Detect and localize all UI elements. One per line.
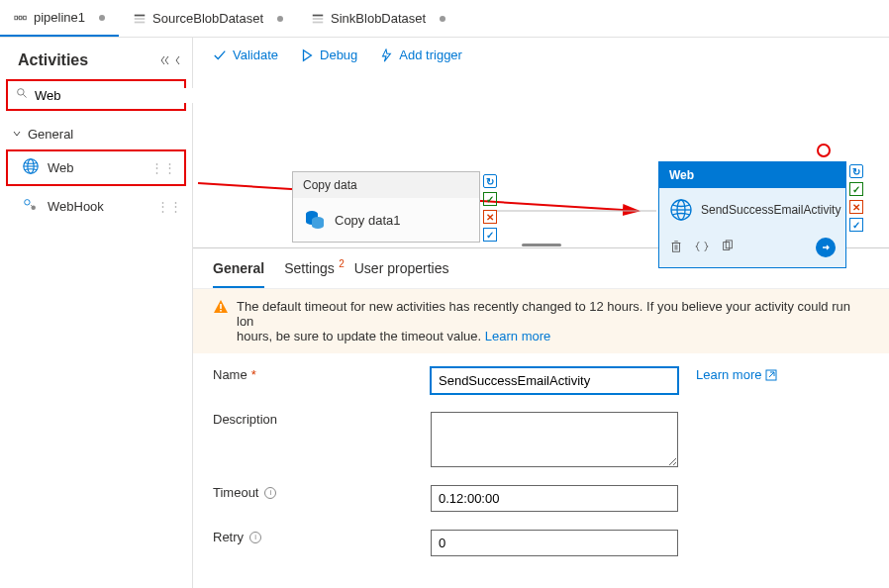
activity-item-label: WebHook [48,199,104,214]
activity-item-label: Web [48,160,74,175]
learn-more-link[interactable]: Learn more [696,367,777,382]
node-type-label: Copy data [293,172,479,198]
debug-button[interactable]: Debug [300,48,357,62]
tab-pipeline1[interactable]: pipeline1 [0,0,119,37]
info-icon[interactable]: i [264,487,276,499]
status-loop-icon[interactable]: ↻ [849,164,863,178]
status-loop-icon[interactable]: ↻ [483,174,497,188]
unsaved-dot-icon [440,16,445,22]
tool-label: Validate [233,48,278,62]
editor-tabs: pipeline1 SourceBlobDataset SinkBlobData… [0,0,889,38]
timeout-input[interactable] [431,485,678,512]
warning-text: hours, be sure to update the timeout val… [237,329,485,343]
search-icon [16,87,29,103]
activities-sidebar: Activities General [0,38,193,588]
node-type-label: Web [659,162,845,188]
svg-rect-10 [313,21,324,23]
status-success-icon[interactable]: ✓ [483,192,497,206]
timeout-label: Timeout [213,485,258,500]
tool-label: Debug [320,48,357,62]
copy-data-icon [303,208,327,232]
pipeline-canvas[interactable]: Copy data Copy data1 ↻ ✓ ✕ ✓ Web [193,72,889,242]
warning-icon [213,299,229,318]
node-status-ports[interactable]: ↻ ✓ ✕ ✓ [849,164,863,232]
svg-rect-9 [313,18,324,20]
copy-icon[interactable] [721,240,735,256]
node-status-ports[interactable]: ↻ ✓ ✕ ✓ [483,174,497,242]
globe-icon [22,157,40,178]
svg-rect-7 [135,21,146,23]
status-skip-icon[interactable]: ✓ [849,218,863,232]
dataset-icon [133,12,147,26]
expand-button[interactable] [816,238,836,257]
status-fail-icon[interactable]: ✕ [849,200,863,214]
status-skip-icon[interactable]: ✓ [483,228,497,242]
activity-item-webhook[interactable]: WebHook ⋮⋮ [0,188,192,225]
search-input[interactable] [35,88,201,103]
status-success-icon[interactable]: ✓ [849,182,863,196]
svg-rect-1 [19,16,22,20]
grip-icon: ⋮⋮ [150,160,176,175]
pipeline-icon [14,11,28,25]
chevron-down-icon [12,127,22,142]
tab-label: pipeline1 [34,10,85,25]
required-asterisk: * [251,367,256,382]
delete-icon[interactable] [669,240,683,256]
svg-point-16 [25,200,30,205]
svg-rect-33 [220,310,222,312]
svg-rect-32 [220,304,222,309]
tab-label: SourceBlobDataset [152,11,263,26]
unsaved-dot-icon [277,16,283,22]
warning-learn-more-link[interactable]: Learn more [485,329,550,343]
tab-user-properties[interactable]: User properties [354,260,449,288]
svg-rect-0 [15,16,18,20]
tab-source-dataset[interactable]: SourceBlobDataset [119,0,297,37]
tab-settings[interactable]: Settings2 [284,260,335,288]
node-name: Copy data1 [335,213,401,228]
tab-label: SinkBlobDataset [331,11,426,26]
web-activity-node[interactable]: Web SendSuccessEmailActivity [658,161,846,268]
description-label: Description [213,412,277,427]
name-label: Name [213,367,247,382]
sidebar-title: Activities [18,51,88,69]
svg-rect-25 [673,243,680,251]
globe-icon [669,198,693,222]
svg-rect-5 [135,14,146,16]
settings-badge: 2 [339,258,345,269]
tool-label: Add trigger [399,48,462,62]
category-label: General [28,127,73,142]
annotation-circle [817,144,831,157]
retry-label: Retry [213,530,244,544]
collapse-sidebar-button[interactable] [160,55,182,65]
warning-text: The default timeout for new activities h… [237,299,850,329]
svg-rect-6 [135,18,146,20]
activity-item-web[interactable]: Web ⋮⋮ [6,149,186,186]
name-input[interactable] [431,367,678,394]
category-general[interactable]: General [0,121,192,147]
activities-search[interactable] [6,79,186,111]
unsaved-dot-icon [99,15,105,21]
node-name: SendSuccessEmailActivity [701,203,840,217]
add-trigger-button[interactable]: Add trigger [379,48,462,62]
svg-point-17 [31,205,36,210]
svg-rect-2 [24,16,27,20]
activity-details-pane: General Settings2 User properties The de… [193,247,889,588]
svg-line-12 [23,94,26,97]
pipeline-toolbar: Validate Debug Add trigger [193,38,889,72]
retry-input[interactable] [431,530,678,556]
tab-general[interactable]: General [213,260,264,288]
status-fail-icon[interactable]: ✕ [483,210,497,224]
code-icon[interactable] [695,240,709,256]
validate-button[interactable]: Validate [213,48,278,62]
svg-rect-8 [313,14,324,16]
dataset-icon [311,12,325,26]
timeout-warning-banner: The default timeout for new activities h… [193,288,889,353]
copy-data-activity-node[interactable]: Copy data Copy data1 [292,171,480,243]
info-icon[interactable]: i [249,532,261,543]
webhook-icon [22,196,40,217]
description-input[interactable] [431,412,678,467]
svg-point-11 [18,89,25,96]
tab-sink-dataset[interactable]: SinkBlobDataset [297,0,459,37]
grip-icon: ⋮⋮ [156,199,182,214]
